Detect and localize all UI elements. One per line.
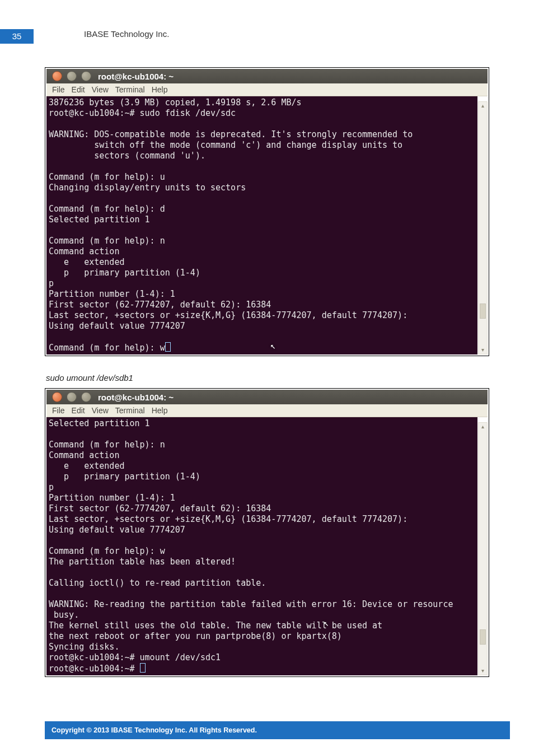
terminal-output[interactable]: Selected partition 1 Command (m for help… bbox=[46, 417, 477, 675]
terminal-line: Partition number (1-4): 1 bbox=[49, 289, 175, 299]
terminal-screenshot-2: root@kc-ub1004: ~ File Edit View Termina… bbox=[45, 388, 489, 677]
page-number: 35 bbox=[0, 29, 34, 44]
menu-view[interactable]: View bbox=[90, 85, 111, 94]
terminal-line: Command (m for help): n bbox=[49, 236, 165, 246]
mouse-cursor-icon: ↖ bbox=[270, 340, 276, 351]
menu-edit[interactable]: Edit bbox=[69, 406, 87, 415]
terminal-line: e extended bbox=[49, 461, 124, 471]
window-menubar: File Edit View Terminal Help bbox=[46, 404, 488, 417]
terminal-line: Using default value 7774207 bbox=[49, 321, 185, 331]
terminal-line: p primary partition (1-4) bbox=[49, 472, 200, 482]
terminal-line: Command (m for help): w bbox=[49, 546, 165, 556]
terminal-line: busy. bbox=[49, 610, 79, 620]
terminal-line: Command (m for help): w bbox=[49, 343, 165, 353]
terminal-line: Last sector, +sectors or +size{K,M,G} (1… bbox=[49, 514, 407, 524]
terminal-line: 3876236 bytes (3.9 MB) copied, 1.49198 s… bbox=[49, 97, 302, 108]
terminal-line: root@kc-ub1004:~# umount /dev/sdc1 bbox=[49, 652, 221, 662]
terminal-line: root@kc-ub1004:~# bbox=[49, 664, 140, 674]
terminal-line: p bbox=[49, 278, 54, 288]
terminal-line: p bbox=[49, 482, 54, 492]
terminal-line: Selected partition 1 bbox=[49, 214, 150, 225]
menu-help[interactable]: Help bbox=[149, 85, 170, 94]
terminal-line: Using default value 7774207 bbox=[49, 525, 185, 535]
scroll-up-icon[interactable]: ▴ bbox=[479, 102, 487, 110]
close-icon[interactable] bbox=[52, 71, 62, 81]
mouse-cursor-icon: ↖ bbox=[324, 618, 329, 628]
text-caret-icon bbox=[140, 663, 146, 673]
terminal-line: Calling ioctl() to re-read partition tab… bbox=[49, 578, 266, 588]
window-titlebar: root@kc-ub1004: ~ bbox=[46, 69, 488, 83]
close-icon[interactable] bbox=[52, 392, 62, 402]
menu-view[interactable]: View bbox=[90, 406, 111, 415]
text-caret-icon bbox=[165, 342, 171, 352]
page-header-company: IBASE Technology Inc. bbox=[84, 29, 169, 39]
maximize-icon[interactable] bbox=[81, 392, 91, 402]
minimize-icon[interactable] bbox=[67, 71, 77, 81]
terminal-line: Command (m for help): n bbox=[49, 440, 165, 450]
menu-edit[interactable]: Edit bbox=[69, 85, 87, 94]
terminal-line: The kernel still uses the old table. The… bbox=[49, 620, 382, 631]
menu-file[interactable]: File bbox=[50, 85, 67, 94]
window-title: root@kc-ub1004: ~ bbox=[98, 72, 174, 81]
terminal-line: p primary partition (1-4) bbox=[49, 268, 200, 278]
terminal-line: e extended bbox=[49, 257, 124, 267]
window-menubar: File Edit View Terminal Help bbox=[46, 83, 488, 96]
window-title: root@kc-ub1004: ~ bbox=[98, 393, 174, 402]
terminal-line: sectors (command 'u'). bbox=[49, 151, 205, 161]
scroll-down-icon[interactable]: ▾ bbox=[479, 667, 487, 675]
terminal-screenshot-1: root@kc-ub1004: ~ File Edit View Termina… bbox=[45, 67, 489, 356]
terminal-line: Changing display/entry units to sectors bbox=[49, 183, 246, 193]
minimize-icon[interactable] bbox=[67, 392, 77, 402]
scrollbar[interactable]: ▴ ▾ bbox=[478, 101, 488, 354]
window-titlebar: root@kc-ub1004: ~ bbox=[46, 390, 488, 404]
terminal-line: the next reboot or after you run partpro… bbox=[49, 631, 342, 641]
menu-file[interactable]: File bbox=[50, 406, 67, 415]
terminal-line: root@kc-ub1004:~# sudo fdisk /dev/sdc bbox=[49, 108, 236, 118]
terminal-line: switch off the mode (command 'c') and ch… bbox=[49, 140, 402, 150]
caption-command: sudo umount /dev/sdb1 bbox=[46, 373, 489, 382]
terminal-line: First sector (62-7774207, default 62): 1… bbox=[49, 300, 271, 310]
terminal-line: WARNING: Re-reading the partition table … bbox=[49, 599, 453, 609]
page-footer: Copyright © 2013 IBASE Technology Inc. A… bbox=[45, 721, 510, 739]
menu-help[interactable]: Help bbox=[149, 406, 170, 415]
terminal-line: Command (m for help): u bbox=[49, 172, 165, 182]
menu-terminal[interactable]: Terminal bbox=[113, 85, 147, 94]
terminal-line: Partition number (1-4): 1 bbox=[49, 493, 175, 503]
scroll-thumb[interactable] bbox=[480, 629, 486, 645]
terminal-line: The partition table has been altered! bbox=[49, 557, 236, 567]
scroll-down-icon[interactable]: ▾ bbox=[479, 346, 487, 354]
terminal-line: Syncing disks. bbox=[49, 642, 119, 652]
terminal-line: WARNING: DOS-compatible mode is deprecat… bbox=[49, 129, 413, 139]
terminal-line: Command action bbox=[49, 450, 119, 460]
terminal-line: Selected partition 1 bbox=[49, 418, 150, 428]
maximize-icon[interactable] bbox=[81, 71, 91, 81]
scroll-up-icon[interactable]: ▴ bbox=[479, 423, 487, 431]
scrollbar[interactable]: ▴ ▾ bbox=[478, 422, 488, 675]
terminal-line: First sector (62-7774207, default 62): 1… bbox=[49, 503, 271, 514]
terminal-line: Command action bbox=[49, 246, 119, 256]
menu-terminal[interactable]: Terminal bbox=[113, 406, 147, 415]
terminal-line: Command (m for help): d bbox=[49, 204, 165, 214]
terminal-output[interactable]: 3876236 bytes (3.9 MB) copied, 1.49198 s… bbox=[46, 96, 477, 354]
scroll-thumb[interactable] bbox=[480, 304, 486, 319]
terminal-line: Last sector, +sectors or +size{K,M,G} (1… bbox=[49, 310, 407, 320]
